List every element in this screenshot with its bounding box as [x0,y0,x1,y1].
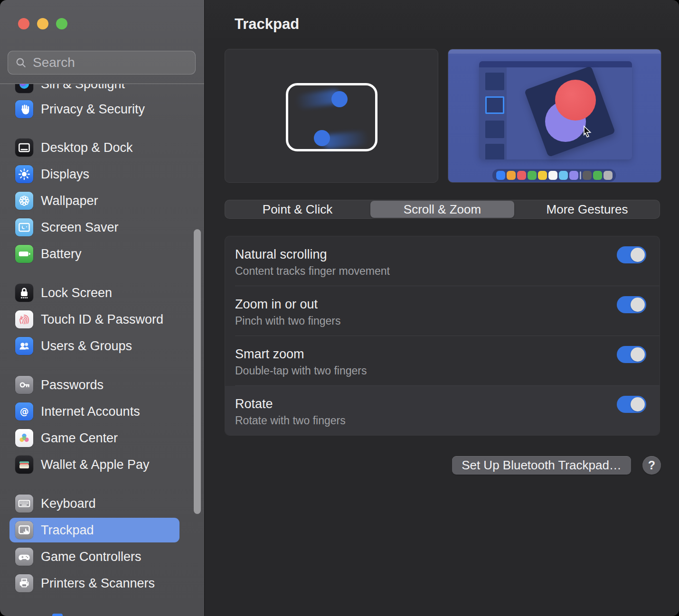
color-swatch [528,171,537,180]
smart-zoom-toggle[interactable] [617,346,646,363]
sidebar: Search Siri & Spotlight Privacy & Securi… [0,0,204,616]
finger-dot-bottom [314,130,330,146]
tab-more-gestures[interactable]: More Gestures [515,201,659,218]
video-thumbnail [485,73,504,90]
color-swatch [583,171,592,180]
setting-subtitle: Double-tap with two fingers [235,364,367,377]
finger-dot-top [331,91,348,107]
sidebar-item-passwords[interactable]: Passwords [0,372,204,398]
sidebar-item-printers-scanners[interactable]: Printers & Scanners [0,570,204,597]
sidebar-list: Siri & Spotlight Privacy & Security Desk… [0,84,204,616]
help-button[interactable]: ? [642,456,661,475]
tab-scroll-zoom[interactable]: Scroll & Zoom [370,201,514,218]
trackpad-outline-graphic [286,83,377,151]
settings-card: Natural scrolling Content tracks finger … [225,236,660,436]
sidebar-item-game-center[interactable]: Game Center [0,425,204,451]
sidebar-item-internet-accounts[interactable]: @ Internet Accounts [0,398,204,425]
touch-id-icon [15,310,33,328]
search-placeholder: Search [33,55,75,70]
passwords-icon [15,376,33,394]
sidebar-item-label: Screen Saver [41,220,119,235]
gesture-tabs: Point & Click Scroll & Zoom More Gesture… [225,200,660,219]
setting-title: Natural scrolling [235,247,327,262]
red-circle-graphic [555,80,596,121]
sidebar-item-label: Game Controllers [41,550,141,564]
sidebar-item-label: Passwords [41,378,104,392]
color-swatch [593,171,602,180]
sidebar-item-label: Keyboard [41,496,96,511]
wallet-icon [15,456,33,474]
game-controllers-icon [15,548,33,566]
sidebar-item-label: Trackpad [41,523,94,538]
trackpad-icon [15,521,33,539]
rotate-toggle[interactable] [617,396,646,413]
wallpaper-icon [15,192,33,210]
zoom-button[interactable] [56,18,67,29]
color-swatch [507,171,516,180]
color-swatch-bar [492,169,616,182]
clipped-next-icon [52,614,63,616]
color-swatch [496,171,505,180]
sidebar-item-label: Wallpaper [41,194,98,208]
lock-screen-icon [15,284,33,302]
printers-scanners-icon [15,574,33,592]
video-thumbnail-selected [485,96,504,114]
sidebar-item-siri-spotlight[interactable]: Siri & Spotlight [0,84,204,97]
color-swatch [569,171,578,180]
video-thumbnail [485,121,504,138]
video-thumbnail [485,144,504,159]
sidebar-item-screen-saver[interactable]: Screen Saver [0,214,204,241]
video-menubar [448,49,661,54]
color-swatch [548,171,557,180]
search-icon [15,56,27,69]
sidebar-item-wallet[interactable]: Wallet & Apple Pay [0,451,204,478]
sidebar-item-label: Touch ID & Password [41,312,163,327]
sidebar-item-label: Lock Screen [41,286,112,300]
sidebar-item-displays[interactable]: Displays [0,161,204,187]
sidebar-item-lock-screen[interactable]: Lock Screen [0,280,204,306]
sidebar-item-battery[interactable]: Battery [0,241,204,267]
color-swatch [517,171,526,180]
sidebar-item-label: Internet Accounts [41,404,140,419]
toggle-knob [631,298,645,312]
close-button[interactable] [18,18,29,29]
search-input[interactable]: Search [8,51,196,75]
sidebar-item-users-groups[interactable]: Users & Groups [0,333,204,359]
sidebar-scrollbar[interactable] [194,229,201,514]
battery-icon [15,245,33,263]
toggle-knob [631,397,645,411]
sidebar-item-desktop-dock[interactable]: Desktop & Dock [0,134,204,161]
svg-text:@: @ [20,407,29,417]
sidebar-item-label: Battery [41,247,82,261]
toggle-knob [631,347,645,362]
setting-row-smart-zoom: Smart zoom Double-tap with two fingers [225,336,660,386]
setup-bluetooth-trackpad-button[interactable]: Set Up Bluetooth Trackpad… [452,456,631,475]
displays-icon [15,165,33,183]
sidebar-item-touch-id[interactable]: Touch ID & Password [0,306,204,333]
sidebar-item-game-controllers[interactable]: Game Controllers [0,543,204,570]
desktop-dock-icon [15,139,33,157]
zoom-in-out-toggle[interactable] [617,296,646,313]
natural-scrolling-toggle[interactable] [617,246,646,263]
setting-subtitle: Rotate with two fingers [235,414,346,427]
minimize-button[interactable] [37,18,48,29]
video-preview [448,49,661,183]
setting-subtitle: Content tracks finger movement [235,265,390,278]
setting-title: Rotate [235,397,273,411]
setting-title: Zoom in or out [235,297,318,312]
sidebar-item-trackpad[interactable]: Trackpad [0,517,204,543]
sidebar-item-label: Siri & Spotlight [41,84,125,92]
sidebar-item-wallpaper[interactable]: Wallpaper [0,187,204,214]
system-settings-window: Search Siri & Spotlight Privacy & Securi… [0,0,679,616]
setting-row-zoom-in-out: Zoom in or out Pinch with two fingers [225,286,660,336]
sidebar-item-keyboard[interactable]: Keyboard [0,490,204,517]
setting-row-rotate: Rotate Rotate with two fingers [225,386,660,435]
swatch-divider [580,171,581,179]
users-groups-icon [15,337,33,355]
tab-point-click[interactable]: Point & Click [226,201,369,218]
screen-saver-icon [15,218,33,236]
color-swatch [604,171,613,180]
color-swatch [538,171,547,180]
setting-subtitle: Pinch with two fingers [235,315,340,327]
sidebar-item-privacy-security[interactable]: Privacy & Security [0,96,204,122]
